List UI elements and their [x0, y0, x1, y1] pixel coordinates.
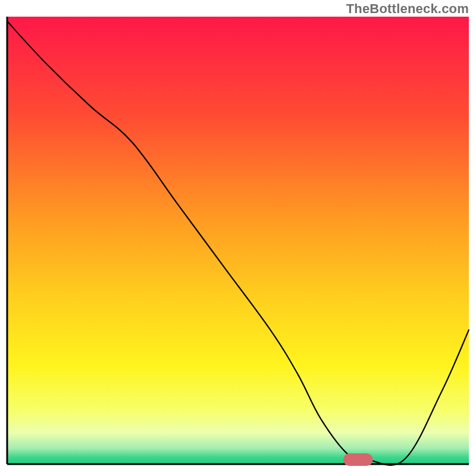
plot-background: [7, 17, 469, 464]
chart-svg: [0, 0, 476, 476]
chart-container: TheBottleneck.com: [0, 0, 476, 476]
minimum-marker: [343, 453, 373, 466]
